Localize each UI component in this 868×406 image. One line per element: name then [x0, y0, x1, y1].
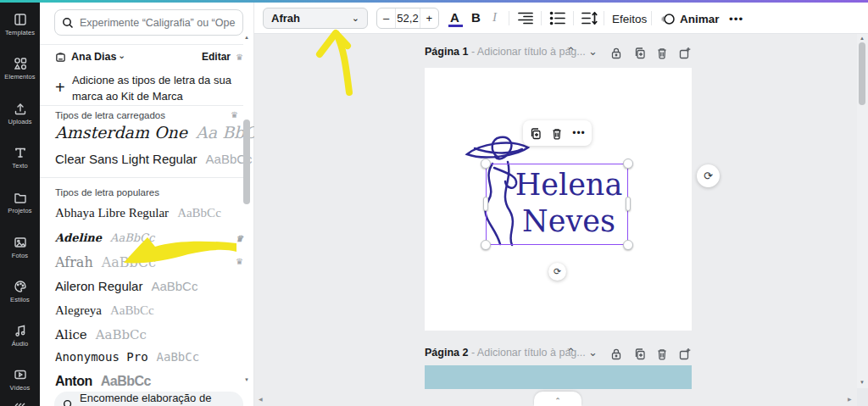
page1-delete-icon[interactable]: [656, 47, 668, 59]
panel-scrollbar[interactable]: ▲ ▼: [242, 35, 252, 394]
font-sample: AaBbCc: [110, 303, 154, 317]
resize-handle-left[interactable]: [483, 197, 488, 211]
sidebar-item-templates[interactable]: Templates: [0, 12, 40, 36]
effects-button[interactable]: Efeitos: [612, 13, 647, 25]
panel-scrollbar-thumb[interactable]: [243, 120, 250, 204]
sidebar-item-videos[interactable]: Vídeos: [0, 367, 40, 392]
resize-handle-top-left[interactable]: [481, 159, 491, 169]
font-name: Abhaya Libre Regular: [55, 206, 169, 220]
expand-footer-tab[interactable]: ⌃: [534, 392, 581, 406]
sidebar-item-audio[interactable]: Áudio: [0, 323, 40, 348]
page1-header: Página 1 - Adicionar título à pág...: [425, 46, 586, 61]
font-row-amsterdam-one[interactable]: Amsterdam OneAa BbCc: [55, 123, 243, 147]
font-family-dropdown[interactable]: Afrah ⌄: [263, 8, 368, 29]
brand-edit-button[interactable]: Editar: [202, 51, 231, 63]
sidebar-item-projetos[interactable]: Projetos: [0, 190, 40, 214]
sidebar-item-texto[interactable]: Texto: [0, 145, 40, 170]
sidebar-item-fotos[interactable]: Fotos: [0, 235, 40, 259]
scroll-up-icon[interactable]: ▲: [244, 35, 249, 40]
scroll-up-icon[interactable]: ▲: [860, 36, 865, 41]
sidebar-label: Projetos: [0, 207, 40, 214]
font-row-aileron[interactable]: Aileron RegularAaBbCc: [55, 279, 243, 299]
page1-move-down-icon[interactable]: ⌄: [588, 45, 598, 58]
brand-chevron-down-icon[interactable]: ⌄: [118, 50, 125, 61]
spacing-button[interactable]: [581, 12, 598, 25]
font-row-alegreya[interactable]: AlegreyaAaBbCc: [55, 303, 243, 324]
font-size-value[interactable]: 52,2: [395, 8, 420, 28]
page2-add-page-icon[interactable]: [678, 348, 691, 360]
list-button[interactable]: [550, 12, 565, 25]
search-icon: [62, 17, 74, 29]
scroll-right-icon[interactable]: ▶: [848, 396, 852, 402]
audio-icon: [13, 323, 28, 338]
font-search[interactable]: [54, 9, 243, 36]
canvas-vertical-scrollbar[interactable]: ▲ ▼: [857, 34, 868, 388]
sidebar-label: Texto: [0, 162, 40, 170]
projects-icon: [13, 190, 28, 205]
element-toolbar: •••: [523, 120, 592, 146]
plus-icon: +: [55, 78, 65, 97]
page2-duplicate-icon[interactable]: [633, 348, 646, 360]
font-size-increase-button[interactable]: +: [420, 8, 438, 28]
page1-duplicate-icon[interactable]: [633, 47, 646, 59]
scroll-down-icon[interactable]: ▼: [860, 380, 865, 385]
font-row-adeline[interactable]: AdelineAaBbCc ♛: [55, 231, 243, 252]
element-more-icon[interactable]: •••: [572, 127, 586, 139]
sidebar-item-uploads[interactable]: Uploads: [0, 101, 40, 125]
resize-handle-bottom-left[interactable]: [481, 240, 491, 250]
font-sample: AaBbCc: [151, 279, 198, 293]
page2-move-up-icon[interactable]: ⌃: [566, 346, 576, 359]
page2-delete-icon[interactable]: [656, 348, 668, 360]
sidebar-label: Uploads: [0, 118, 40, 125]
delete-element-icon[interactable]: [551, 127, 563, 140]
page1-add-page-icon[interactable]: [678, 47, 691, 59]
sidebar-item-elementos[interactable]: Elementos: [0, 56, 40, 81]
text-align-button[interactable]: [518, 12, 533, 25]
bold-button[interactable]: B: [471, 10, 481, 25]
brand-name[interactable]: Ana Dias: [71, 51, 117, 63]
font-row-abhaya-libre[interactable]: Abhaya Libre RegularAaBbCc: [55, 206, 243, 226]
sidebar-label: Elementos: [0, 73, 40, 81]
page2-lock-icon[interactable]: [610, 348, 622, 360]
text-color-button[interactable]: A: [450, 10, 459, 25]
font-search-input[interactable]: [80, 17, 236, 29]
animate-button[interactable]: Animar: [680, 13, 720, 25]
sidebar-item-partial[interactable]: [0, 403, 40, 406]
font-size-stepper: – 52,2 +: [376, 8, 439, 29]
font-row-alice[interactable]: AliceAaBbCc: [55, 327, 243, 348]
page2-move-down-icon[interactable]: ⌄: [588, 346, 598, 359]
italic-button[interactable]: I: [492, 10, 497, 25]
order-lettering-search[interactable]: Encomende elaboração de letras: [54, 392, 243, 406]
rotate-handle[interactable]: ⟳: [548, 263, 566, 281]
vertical-scrollbar-thumb[interactable]: [859, 42, 865, 105]
scroll-down-icon[interactable]: ▼: [244, 377, 249, 382]
elements-icon: [13, 56, 28, 71]
page1-label[interactable]: Página 1: [425, 46, 468, 58]
font-sample: AaBbCc: [101, 374, 151, 388]
resize-handle-top-right[interactable]: [623, 159, 633, 169]
font-row-clear-sans[interactable]: Clear Sans Light RegularAaBbCc: [55, 152, 243, 172]
resize-handle-right[interactable]: [626, 197, 631, 211]
regenerate-button[interactable]: ⟳: [697, 164, 720, 187]
font-row-afrah[interactable]: AfrahAaBbCc ♛: [55, 254, 243, 275]
page2-canvas[interactable]: [425, 365, 692, 389]
styles-icon: [13, 279, 28, 294]
animate-icon[interactable]: [661, 12, 676, 26]
page1-move-up-icon[interactable]: ⌃: [566, 45, 576, 58]
page2-label[interactable]: Página 2: [425, 347, 468, 359]
sidebar-rail: Templates Elementos Uploads Texto Projet…: [0, 3, 40, 406]
font-name: Anton: [55, 374, 92, 388]
sidebar-item-estilos[interactable]: Estilos: [0, 279, 40, 303]
page1-lock-icon[interactable]: [610, 47, 622, 59]
font-name: Alice: [55, 327, 87, 342]
sidebar-label: Áudio: [0, 340, 40, 348]
font-row-anonymous-pro[interactable]: Anonymous ProAaBbCc: [55, 350, 243, 370]
duplicate-element-icon[interactable]: [529, 127, 542, 140]
font-sample: AaBbCc: [157, 350, 200, 364]
scroll-left-icon[interactable]: ◀: [259, 396, 263, 402]
add-brand-fonts-button[interactable]: + Adicione as tipos de letra da sua marc…: [55, 72, 243, 104]
font-size-decrease-button[interactable]: –: [377, 8, 395, 28]
resize-handle-bottom-right[interactable]: [623, 240, 633, 250]
more-options-button[interactable]: •••: [729, 13, 743, 25]
text-color-swatch: [448, 25, 463, 27]
